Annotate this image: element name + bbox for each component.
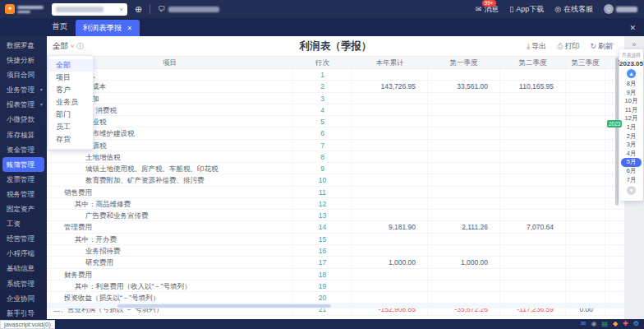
gear-icon[interactable]: ⚙ [633, 320, 639, 328]
col-header-line[interactable]: 行次 [293, 57, 352, 68]
topbar: ✦ ˅ ⊕ 🗩 ✉ 消息 99+ ▯ App下载 [0, 0, 644, 18]
sidebar-item-11[interactable]: 税务管理 [0, 187, 47, 202]
dimension-option-项目[interactable]: 项目 [48, 72, 93, 84]
dimension-option-存货[interactable]: 存货 [48, 133, 93, 146]
store-icon[interactable]: ▤ [601, 320, 608, 328]
sidebar-item-10[interactable]: 发票管理 [0, 172, 47, 187]
month-9月[interactable]: 9月 [619, 89, 643, 98]
cell-q2 [500, 151, 566, 162]
table-row[interactable]: 广告费和业务宣传费13 [47, 210, 624, 221]
close-all-tabs-icon[interactable]: ✕ [629, 24, 644, 32]
month-11月[interactable]: 11月 [619, 106, 643, 115]
cell-q3 [566, 127, 605, 138]
user-account[interactable]: ☺ [604, 4, 637, 14]
table-row[interactable]: 销售费用11 [47, 187, 624, 198]
table-row[interactable]: 业务招待费16 [47, 245, 624, 257]
table-row[interactable]: 一、营业收入1 [47, 69, 624, 81]
month-4月[interactable]: 4月 [619, 150, 643, 159]
cell-q1: 1,000.00 [428, 257, 500, 267]
table-row[interactable]: 研究费用171,000.001,000.00 [47, 257, 624, 268]
table-row[interactable]: 城市维护建设税6 [47, 127, 624, 139]
table-row[interactable]: 管理费用149,181.902,111.267,070.64 [47, 221, 624, 233]
table-row[interactable]: 其中：商品维修费12 [47, 198, 624, 210]
mail-icon[interactable]: ✉ [581, 320, 586, 328]
help-icon[interactable]: ✚ [623, 320, 628, 328]
sidebar-item-2[interactable]: 快捷分析 [0, 53, 47, 67]
table-row[interactable]: 营业税5 [47, 116, 624, 127]
table-row[interactable]: 其中：消费税4 [47, 104, 624, 116]
col-header-ytd[interactable]: 本年累计 [352, 57, 428, 68]
dimension-option-客户[interactable]: 客户 [48, 84, 93, 96]
cell-line-no: 15 [293, 234, 352, 244]
sidebar-item-8[interactable]: 资金管理 [0, 142, 47, 157]
sidebar-item-7[interactable]: 库存核算 [0, 127, 47, 142]
month-2月[interactable]: 2月 [619, 132, 643, 141]
horizontal-scrollbar-thumb[interactable] [117, 304, 331, 308]
table-row[interactable]: 其中：利息费用（收入以“－”号填列）19 [47, 280, 624, 292]
cell-item-name: 其中：商品维修费 [47, 198, 293, 209]
sidebar-item-1[interactable]: 数据罗盘 [0, 38, 47, 53]
sidebar-item-14[interactable]: 经营管理 [0, 231, 47, 246]
sidebar-item-17[interactable]: 系统管理 [0, 276, 47, 291]
online-service-button[interactable]: ◎ 在线客服 [554, 4, 593, 15]
month-1月[interactable]: 1月 [619, 123, 643, 132]
cell-q3 [566, 280, 605, 291]
horizontal-scrollbar[interactable] [47, 303, 624, 308]
sidebar-item-18[interactable]: 企业协同 [0, 291, 47, 306]
scroll-down-icon[interactable]: ▼ [627, 186, 636, 195]
table-row[interactable]: 城镇土地使用税、房产税、车船税、印花税9 [47, 163, 624, 174]
close-tab-icon[interactable]: ✕ [127, 25, 133, 32]
sidebar-item-3[interactable]: 项目合同 [0, 67, 47, 82]
add-account-icon[interactable]: ⊕ [135, 4, 142, 15]
table-row[interactable]: 税金及附加3 [47, 93, 624, 104]
sidebar-item-12[interactable]: 固定资产 [0, 202, 47, 216]
sidebar-item-4[interactable]: 业务管理▾ [0, 82, 47, 97]
user-icon[interactable]: ◉ [591, 320, 596, 328]
cell-q3 [566, 198, 605, 209]
sidebar-item-15[interactable]: 小程序端 [0, 246, 47, 261]
cell-q1 [428, 269, 500, 280]
cell-ytd [352, 69, 428, 80]
month-10月[interactable]: 10月 [619, 97, 643, 106]
table-row[interactable]: 减：营业成本2143,726.9533,561.00110,165.95 [47, 81, 624, 92]
messages-button[interactable]: ✉ 消息 99+ [476, 4, 499, 15]
sidebar-item-6[interactable]: 小微贷款 [0, 112, 47, 127]
username-redacted [616, 7, 637, 12]
table-row[interactable]: 土地增值税8 [47, 151, 624, 163]
dimension-option-全部[interactable]: 全部 [48, 59, 93, 72]
table-row[interactable]: 教育费附加、矿产资源补偿费、排污费10 [47, 174, 624, 186]
company-selector[interactable]: ˅ [52, 3, 127, 16]
sidebar-item-9[interactable]: 账簿管理 [2, 157, 44, 172]
sidebar-item-5[interactable]: 报表管理▾ [0, 97, 47, 112]
month-6月[interactable]: 6月 [619, 167, 643, 176]
month-12月[interactable]: 12月 [619, 114, 643, 123]
dimension-option-部门[interactable]: 部门 [48, 109, 93, 121]
cell-ytd: 143,726.95 [352, 81, 428, 91]
table-row[interactable]: 资源税7 [47, 140, 624, 151]
tab-home[interactable]: 首页 [44, 21, 76, 36]
table-row[interactable]: 财务费用18 [47, 269, 624, 280]
sidebar-item-16[interactable]: 基础信息 [0, 261, 47, 276]
month-8月[interactable]: 8月 [619, 80, 643, 89]
month-7月[interactable]: 7月 [619, 176, 643, 185]
collapse-panel-icon[interactable]: » [624, 36, 644, 49]
gift-icon[interactable]: ◆ [613, 320, 618, 328]
app-download-button[interactable]: ▯ App下载 [509, 4, 544, 15]
sidebar-item-19[interactable]: 新手引导 [0, 306, 47, 319]
cell-q4 [605, 280, 624, 291]
month-3月[interactable]: 3月 [619, 141, 643, 150]
dimension-option-业务员[interactable]: 业务员 [48, 96, 93, 109]
col-header-q1[interactable]: 第一季度 [428, 57, 500, 68]
cell-q1 [428, 292, 500, 303]
col-header-q2[interactable]: 第二季度 [500, 57, 566, 68]
dimension-option-员工[interactable]: 员工 [48, 121, 93, 133]
vertical-scrollbar-thumb[interactable] [615, 58, 619, 206]
announcement[interactable]: 🗩 [158, 5, 219, 13]
scroll-up-icon[interactable]: ▲ [627, 69, 636, 78]
cell-item-name: 其中：开办费 [47, 234, 293, 244]
col-header-q3[interactable]: 第三季度 [566, 57, 605, 68]
tab-profit-report[interactable]: 利润表季报 ✕ [76, 20, 140, 36]
table-row[interactable]: 其中：开办费15 [47, 234, 624, 245]
month-5月[interactable]: 5月 [621, 158, 642, 167]
sidebar-item-13[interactable]: 工资 [0, 216, 47, 231]
